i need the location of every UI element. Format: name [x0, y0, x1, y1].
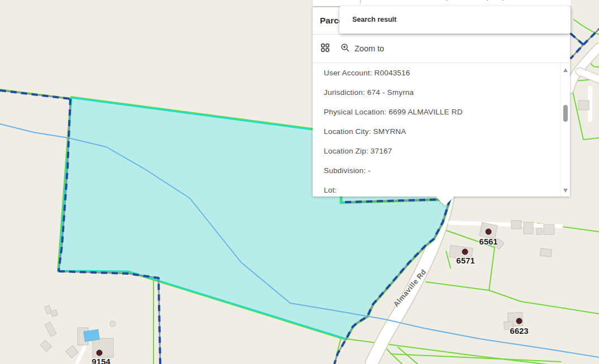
- address-label: 6623: [510, 326, 528, 336]
- search-sources-button[interactable]: [343, 0, 360, 1]
- search-input[interactable]: 6699 ALMAVILLE RD, SMYRNA, TN, 37014: [366, 0, 530, 1]
- scroll-up-arrow[interactable]: [563, 68, 568, 72]
- zoom-to-label: Zoom to: [354, 44, 384, 53]
- feature-menu-button[interactable]: [317, 41, 333, 56]
- magnifier-plus-icon: [341, 43, 350, 54]
- address-label: 6561: [479, 237, 497, 246]
- popup-content: User Account: R0043516Jurisdiction: 674 …: [313, 63, 570, 197]
- address-label: 6571: [456, 256, 475, 265]
- popup-detail-row: Location Zip: 37167: [313, 141, 570, 161]
- popup-action-bar: Zoom to: [313, 35, 570, 63]
- popup-detail-row: User Account: R0043516: [313, 63, 570, 83]
- swimming-pool: [84, 329, 99, 341]
- feature-menu-grid-icon: [320, 43, 330, 54]
- search-bar: 6699 ALMAVILLE RD, SMYRNA, TN, 37014: [313, 0, 571, 6]
- popup-detail-row: Subdivision: -: [313, 161, 570, 180]
- popup-detail-row: Location City: SMYRNA: [313, 122, 570, 141]
- scroll-thumb[interactable]: [563, 105, 568, 122]
- search-divider: [360, 0, 361, 3]
- popup-scrollbar[interactable]: [560, 63, 570, 197]
- search-result-dropdown: Search result: [339, 6, 571, 33]
- scroll-down-arrow[interactable]: [563, 189, 568, 193]
- search-bar-inner: 6699 ALMAVILLE RD, SMYRNA, TN, 37014: [313, 0, 571, 6]
- address-label: 9154: [92, 357, 110, 364]
- popup-details: User Account: R0043516Jurisdiction: 674 …: [313, 63, 570, 197]
- app-window: 6561657166239154 Almaville Rd Parce: [0, 0, 599, 364]
- popup-panel: Parce Zoom to: [313, 7, 570, 197]
- popup-detail-row: Physical Location: 6699 ALMAVILLE RD: [313, 102, 570, 122]
- chevron-down-icon: [348, 0, 356, 1]
- search-result-header: Search result: [339, 6, 571, 23]
- zoom-to-button[interactable]: Zoom to: [341, 43, 384, 54]
- popup-detail-row: Jurisdiction: 674 - Smyrna: [313, 83, 570, 102]
